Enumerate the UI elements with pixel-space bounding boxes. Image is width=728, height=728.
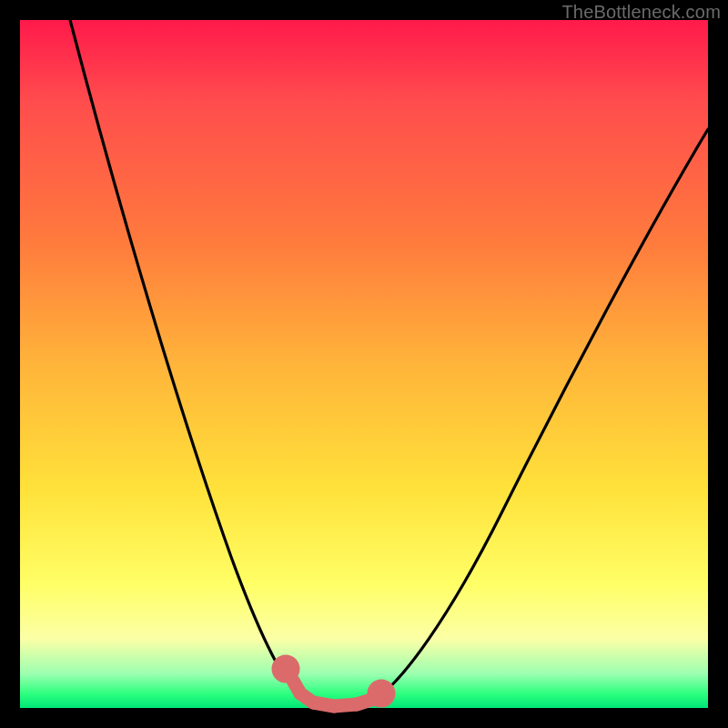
curve-path [70, 20, 708, 707]
watermark-text: TheBottleneck.com [561, 2, 721, 23]
svg-point-6 [374, 686, 389, 701]
svg-point-0 [278, 662, 293, 676]
bottleneck-curve [20, 20, 708, 708]
chart-frame: TheBottleneck.com [0, 0, 728, 728]
highlight-markers [278, 662, 389, 706]
plot-area [20, 20, 708, 708]
